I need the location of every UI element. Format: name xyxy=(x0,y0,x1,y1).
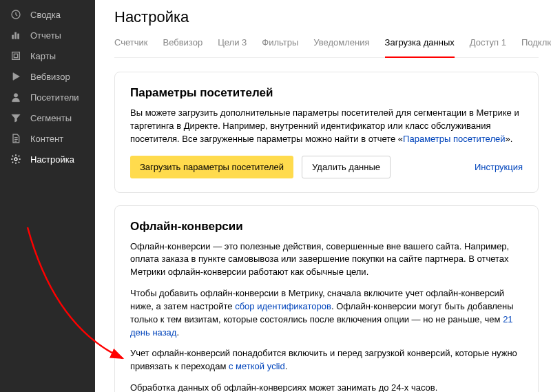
card-offline-title: Офлайн-конверсии xyxy=(130,220,523,234)
offline-p2: Чтобы добавить офлайн-конверсии в Метрик… xyxy=(130,287,523,339)
tab-data-upload[interactable]: Загрузка данных xyxy=(385,37,455,57)
tabs: СчетчикВебвизорЦели 3ФильтрыУведомленияЗ… xyxy=(114,37,539,58)
user-icon xyxy=(10,91,22,103)
card-visitor-desc: Вы можете загрузить дополнительные парам… xyxy=(130,107,523,146)
card-offline-conversions: Офлайн-конверсии Офлайн-конверсии — это … xyxy=(114,205,539,392)
text: . xyxy=(176,327,179,338)
visitor-params-link[interactable]: Параметры посетителей xyxy=(403,134,505,144)
visitor-instruction-link[interactable]: Инструкция xyxy=(475,162,523,172)
offline-p3: Учет офлайн-конверсий понадобится включи… xyxy=(130,347,523,373)
id-collection-link[interactable]: сбор идентификаторов xyxy=(235,301,331,311)
offline-p1: Офлайн-конверсии — это полезные действия… xyxy=(130,240,523,280)
main-content: Настройка СчетчикВебвизорЦели 3ФильтрыУв… xyxy=(95,0,551,392)
sidebar-item-label: Контент xyxy=(30,134,63,144)
tab-goals[interactable]: Цели 3 xyxy=(218,37,247,57)
bars-icon xyxy=(10,29,22,41)
svg-rect-1 xyxy=(12,35,14,39)
gear-icon xyxy=(10,153,22,165)
filter-icon xyxy=(10,112,22,124)
sidebar: СводкаОтчетыКартыВебвизорПосетителиСегме… xyxy=(0,0,95,392)
tab-webvisor[interactable]: Вебвизор xyxy=(163,37,203,57)
tab-filters[interactable]: Фильтры xyxy=(262,37,298,57)
sidebar-item-label: Отчеты xyxy=(30,30,61,41)
tab-notifications[interactable]: Уведомления xyxy=(313,37,369,57)
sidebar-item-visitors[interactable]: Посетители xyxy=(0,87,95,107)
card-visitor-params: Параметры посетителей Вы можете загрузит… xyxy=(114,72,539,193)
sidebar-item-summary[interactable]: Сводка xyxy=(0,4,95,25)
square-icon xyxy=(10,50,22,62)
sidebar-item-settings[interactable]: Настройка xyxy=(0,149,95,169)
text: . xyxy=(285,361,288,371)
file-icon xyxy=(10,132,22,145)
tab-connect-reports[interactable]: Подключение отчетов xyxy=(521,37,551,57)
offline-p4: Обработка данных об офлайн-конверсиях мо… xyxy=(130,382,523,392)
clock-icon xyxy=(10,8,22,21)
card-visitor-title: Параметры посетителей xyxy=(130,86,523,100)
svg-rect-3 xyxy=(18,34,19,39)
upload-visitor-params-button[interactable]: Загрузить параметры посетителей xyxy=(130,156,293,178)
svg-point-6 xyxy=(14,94,17,97)
svg-rect-4 xyxy=(12,52,20,60)
sidebar-item-label: Посетители xyxy=(30,92,79,103)
sidebar-item-label: Карты xyxy=(30,51,56,61)
play-icon xyxy=(10,70,22,83)
sidebar-item-label: Сегменты xyxy=(30,113,72,123)
sidebar-item-maps[interactable]: Карты xyxy=(0,45,95,66)
tab-counter[interactable]: Счетчик xyxy=(114,37,148,57)
text: ». xyxy=(505,134,512,144)
sidebar-item-content[interactable]: Контент xyxy=(0,128,95,149)
svg-point-7 xyxy=(14,158,17,161)
sidebar-item-reports[interactable]: Отчеты xyxy=(0,25,95,45)
svg-rect-5 xyxy=(14,54,17,57)
sidebar-item-label: Вебвизор xyxy=(30,72,70,82)
svg-rect-2 xyxy=(15,32,17,39)
tab-access[interactable]: Доступ 1 xyxy=(470,37,506,57)
sidebar-item-webvisor[interactable]: Вебвизор xyxy=(0,66,95,87)
card-visitor-actions: Загрузить параметры посетителей Удалить … xyxy=(130,156,523,178)
text: Учет офлайн-конверсий понадобится включи… xyxy=(130,348,517,371)
delete-data-button[interactable]: Удалить данные xyxy=(302,156,391,178)
yclid-link[interactable]: с меткой yclid xyxy=(229,361,285,371)
sidebar-item-segments[interactable]: Сегменты xyxy=(0,107,95,128)
sidebar-item-label: Настройка xyxy=(30,154,74,165)
page-title: Настройка xyxy=(114,8,539,26)
sidebar-item-label: Сводка xyxy=(30,10,61,20)
